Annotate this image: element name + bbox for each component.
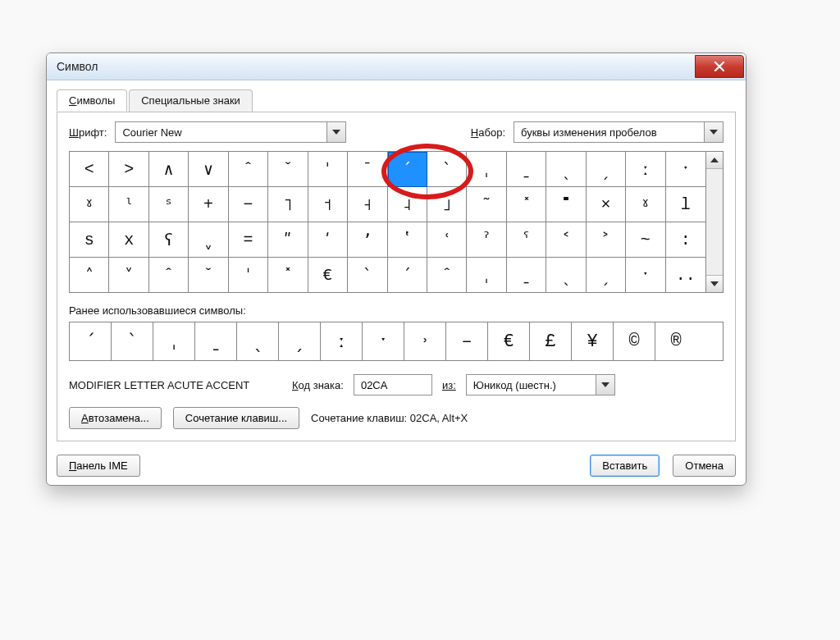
subset-select-drop[interactable] <box>704 122 723 142</box>
symbol-cell[interactable]: x <box>109 222 148 258</box>
symbol-cell[interactable]: ˟ <box>507 187 546 222</box>
symbol-cell[interactable]: l <box>666 187 705 222</box>
symbol-cell[interactable]: ˇ <box>268 152 308 187</box>
symbol-cell[interactable]: ʕ <box>149 222 189 258</box>
symbol-cell[interactable]: ˉ <box>348 152 387 187</box>
symbol-cell[interactable]: ˑ <box>626 258 665 292</box>
insert-button[interactable]: Вставить <box>590 455 660 477</box>
symbol-cell[interactable]: ˈ <box>229 258 268 292</box>
symbol-cell[interactable]: ˎ <box>546 258 586 292</box>
symbol-cell[interactable]: ˨ <box>388 187 427 222</box>
recent-symbol-cell[interactable]: ® <box>655 322 696 360</box>
symbol-cell[interactable]: = <box>229 222 268 258</box>
symbol-cell[interactable]: ˎ <box>546 152 586 187</box>
recent-symbol-cell[interactable]: ˒ <box>404 322 446 360</box>
font-select-drop[interactable] <box>326 122 345 142</box>
symbol-cell[interactable]: ˈ <box>308 152 348 187</box>
symbol-cell[interactable]: ˟ <box>268 258 308 292</box>
recent-symbol-cell[interactable]: ˎ <box>237 322 279 360</box>
recent-symbol-cell[interactable]: ¥ <box>572 322 614 360</box>
symbol-cell[interactable]: ˁ <box>507 222 546 258</box>
symbol-cell[interactable]: ˥ <box>268 187 308 222</box>
autocorrect-button[interactable]: Автозамена... <box>69 407 162 429</box>
symbol-cell[interactable]: ˍ <box>507 258 546 292</box>
recent-symbol-cell[interactable]: – <box>446 322 488 360</box>
symbol-cell[interactable]: ˡ <box>109 187 148 222</box>
symbol-cell[interactable]: ˦ <box>308 187 348 222</box>
symbol-cell[interactable]: s <box>70 222 109 258</box>
shortcut-text: Сочетание клавиш: 02CA, Alt+X <box>311 412 468 424</box>
symbol-cell[interactable]: ˌ <box>467 258 506 292</box>
symbol-cell[interactable]: .. <box>666 258 705 292</box>
close-icon <box>714 62 725 71</box>
symbol-cell[interactable]: ˩ <box>427 187 467 222</box>
from-select-drop[interactable] <box>596 375 614 395</box>
code-input[interactable] <box>354 374 432 395</box>
ime-panel-button[interactable]: Панель IME <box>57 455 140 477</box>
symbol-cell[interactable]: < <box>70 152 109 187</box>
symbol-cell[interactable]: ˍ <box>507 152 546 187</box>
recent-symbol-cell[interactable]: ˑ <box>363 322 404 360</box>
symbol-cell[interactable]: ʹ <box>308 222 348 258</box>
symbol-cell[interactable]: ˠ <box>70 187 109 222</box>
scroll-down-button[interactable] <box>706 275 723 292</box>
recent-symbol-cell[interactable]: € <box>488 322 530 360</box>
symbol-cell[interactable]: ˑ <box>666 152 705 187</box>
symbol-cell[interactable]: ˊ <box>388 152 427 187</box>
scroll-track[interactable] <box>706 169 723 275</box>
recent-symbol-cell[interactable]: ˋ <box>112 322 153 360</box>
recent-symbol-cell[interactable]: ˊ <box>70 322 112 360</box>
grid-scrollbar[interactable] <box>705 152 723 292</box>
symbol-cell[interactable]: ˬ <box>189 222 228 258</box>
tab-symbols[interactable]: Символы <box>57 89 127 112</box>
recent-symbol-cell[interactable]: ˌ <box>153 322 195 360</box>
symbol-cell[interactable]: ˄ <box>70 258 109 292</box>
symbol-cell[interactable]: ʿ <box>427 222 467 258</box>
symbol-cell[interactable]: ∨ <box>189 152 228 187</box>
symbol-cell[interactable]: ~ <box>626 222 665 258</box>
symbol-cell[interactable]: ∧ <box>149 152 189 187</box>
scroll-up-button[interactable] <box>706 152 723 169</box>
symbol-cell[interactable]: ˆ <box>229 152 268 187</box>
cancel-button[interactable]: Отмена <box>673 455 736 477</box>
recent-symbol-cell[interactable]: ˍ <box>195 322 237 360</box>
symbol-cell[interactable]: ˋ <box>427 152 467 187</box>
symbol-cell[interactable]: + <box>189 187 228 222</box>
symbol-cell[interactable]: ˏ <box>587 152 626 187</box>
symbol-cell[interactable]: ˂ <box>546 222 586 258</box>
symbol-cell[interactable]: ˃ <box>587 222 626 258</box>
symbol-cell[interactable]: : <box>666 222 705 258</box>
symbol-cell[interactable]: ˊ <box>388 258 427 292</box>
shortcut-key-button[interactable]: Сочетание клавиш... <box>173 407 299 429</box>
from-select[interactable]: Юникод (шестн.) <box>466 374 615 395</box>
symbol-cell[interactable]: ˠ <box>626 187 665 222</box>
symbol-cell[interactable]: ˭ <box>546 187 586 222</box>
symbol-cell[interactable]: ˆ <box>149 258 189 292</box>
symbol-cell[interactable]: − <box>229 187 268 222</box>
symbol-cell[interactable]: ˋ <box>348 258 387 292</box>
recent-symbol-cell[interactable]: £ <box>530 322 572 360</box>
symbol-cell[interactable]: ʽ <box>388 222 427 258</box>
symbol-cell[interactable]: ˜ <box>467 187 506 222</box>
symbol-cell[interactable]: € <box>308 258 348 292</box>
symbol-cell[interactable]: > <box>109 152 148 187</box>
symbol-cell[interactable]: ˇ <box>189 258 228 292</box>
font-select[interactable]: Courier New <box>115 121 346 143</box>
symbol-cell[interactable]: ʼ <box>348 222 387 258</box>
recent-symbol-cell[interactable]: ˏ <box>279 322 321 360</box>
symbol-cell[interactable]: × <box>587 187 626 222</box>
tab-special-chars[interactable]: Специальные знаки <box>129 89 253 112</box>
symbol-cell[interactable]: ˢ <box>149 187 189 222</box>
symbol-cell[interactable]: ˏ <box>587 258 626 292</box>
recent-symbol-cell[interactable]: ː <box>321 322 363 360</box>
symbol-cell[interactable]: ˅ <box>109 258 148 292</box>
symbol-cell[interactable]: ː <box>626 152 665 187</box>
symbol-cell[interactable]: ˆ <box>427 258 467 292</box>
symbol-cell[interactable]: ˧ <box>348 187 387 222</box>
recent-symbol-cell[interactable]: © <box>614 322 655 360</box>
subset-select[interactable]: буквы изменения пробелов <box>514 121 724 143</box>
symbol-cell[interactable]: ˀ <box>467 222 506 258</box>
symbol-cell[interactable]: ˌ <box>467 152 506 187</box>
close-button[interactable] <box>695 55 744 78</box>
symbol-cell[interactable]: ʺ <box>268 222 308 258</box>
